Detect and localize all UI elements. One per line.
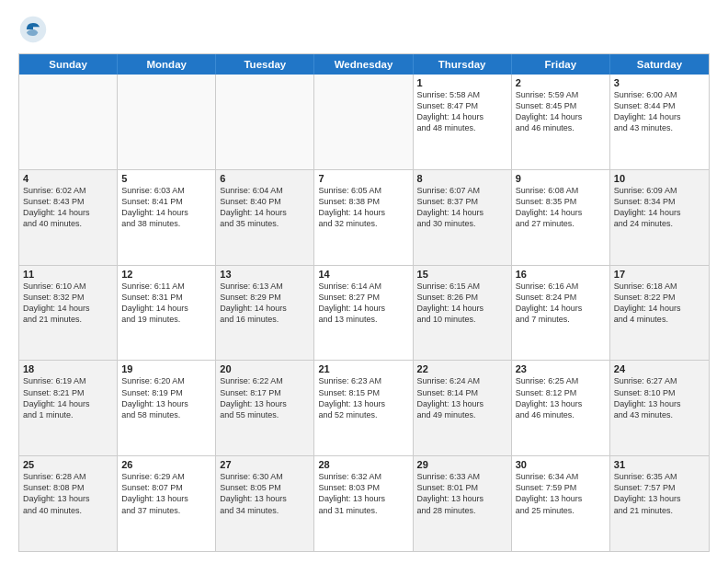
day-number-1: 1: [417, 77, 507, 88]
day-info-23: Sunrise: 6:25 AM Sunset: 8:12 PM Dayligh…: [516, 375, 606, 420]
day-info-1: Sunrise: 5:58 AM Sunset: 8:47 PM Dayligh…: [417, 89, 507, 134]
day-cell-24: 24Sunrise: 6:27 AM Sunset: 8:10 PM Dayli…: [610, 361, 709, 455]
day-info-5: Sunrise: 6:03 AM Sunset: 8:41 PM Dayligh…: [121, 185, 211, 230]
day-cell-4: 4Sunrise: 6:02 AM Sunset: 8:43 PM Daylig…: [19, 170, 118, 265]
calendar-row-0: 1Sunrise: 5:58 AM Sunset: 8:47 PM Daylig…: [19, 75, 709, 170]
header-day-sunday: Sunday: [19, 54, 118, 75]
header-day-tuesday: Tuesday: [216, 54, 314, 75]
calendar-header: SundayMondayTuesdayWednesdayThursdayFrid…: [19, 54, 709, 75]
day-info-30: Sunrise: 6:34 AM Sunset: 7:59 PM Dayligh…: [516, 471, 606, 516]
day-number-6: 6: [220, 173, 310, 184]
day-info-16: Sunrise: 6:16 AM Sunset: 8:24 PM Dayligh…: [516, 281, 606, 326]
day-number-18: 18: [23, 363, 113, 374]
day-number-20: 20: [220, 363, 310, 374]
day-cell-17: 17Sunrise: 6:18 AM Sunset: 8:22 PM Dayli…: [610, 266, 709, 361]
day-number-31: 31: [614, 459, 705, 470]
day-number-25: 25: [23, 459, 113, 470]
day-cell-11: 11Sunrise: 6:10 AM Sunset: 8:32 PM Dayli…: [19, 266, 118, 361]
day-cell-20: 20Sunrise: 6:22 AM Sunset: 8:17 PM Dayli…: [216, 361, 314, 455]
day-info-26: Sunrise: 6:29 AM Sunset: 8:07 PM Dayligh…: [121, 471, 211, 516]
day-number-23: 23: [516, 363, 606, 374]
day-cell-25: 25Sunrise: 6:28 AM Sunset: 8:08 PM Dayli…: [19, 456, 118, 551]
logo-icon: [18, 15, 48, 44]
page: SundayMondayTuesdayWednesdayThursdayFrid…: [0, 0, 728, 563]
header-day-monday: Monday: [118, 54, 216, 75]
day-number-7: 7: [318, 173, 408, 184]
day-cell-23: 23Sunrise: 6:25 AM Sunset: 8:12 PM Dayli…: [512, 361, 610, 455]
day-number-3: 3: [614, 77, 705, 88]
day-info-10: Sunrise: 6:09 AM Sunset: 8:34 PM Dayligh…: [614, 185, 705, 230]
day-info-12: Sunrise: 6:11 AM Sunset: 8:31 PM Dayligh…: [121, 281, 211, 326]
day-info-19: Sunrise: 6:20 AM Sunset: 8:19 PM Dayligh…: [121, 375, 211, 420]
day-cell-7: 7Sunrise: 6:05 AM Sunset: 8:38 PM Daylig…: [314, 170, 413, 265]
day-info-21: Sunrise: 6:23 AM Sunset: 8:15 PM Dayligh…: [318, 375, 408, 420]
day-info-2: Sunrise: 5:59 AM Sunset: 8:45 PM Dayligh…: [516, 89, 606, 134]
empty-cell: [19, 75, 118, 169]
day-cell-15: 15Sunrise: 6:15 AM Sunset: 8:26 PM Dayli…: [414, 266, 512, 361]
day-cell-28: 28Sunrise: 6:32 AM Sunset: 8:03 PM Dayli…: [314, 456, 413, 551]
day-number-12: 12: [121, 269, 211, 280]
day-info-31: Sunrise: 6:35 AM Sunset: 7:57 PM Dayligh…: [614, 471, 705, 516]
day-cell-10: 10Sunrise: 6:09 AM Sunset: 8:34 PM Dayli…: [610, 170, 709, 265]
day-number-27: 27: [220, 459, 310, 470]
day-info-15: Sunrise: 6:15 AM Sunset: 8:26 PM Dayligh…: [417, 281, 507, 326]
day-info-18: Sunrise: 6:19 AM Sunset: 8:21 PM Dayligh…: [23, 375, 113, 420]
calendar-row-3: 18Sunrise: 6:19 AM Sunset: 8:21 PM Dayli…: [19, 361, 709, 456]
day-info-24: Sunrise: 6:27 AM Sunset: 8:10 PM Dayligh…: [614, 375, 705, 420]
day-number-11: 11: [23, 269, 113, 280]
day-cell-1: 1Sunrise: 5:58 AM Sunset: 8:47 PM Daylig…: [414, 75, 512, 169]
header-day-saturday: Saturday: [610, 54, 709, 75]
calendar-row-1: 4Sunrise: 6:02 AM Sunset: 8:43 PM Daylig…: [19, 170, 709, 266]
calendar: SundayMondayTuesdayWednesdayThursdayFrid…: [18, 53, 710, 552]
day-info-13: Sunrise: 6:13 AM Sunset: 8:29 PM Dayligh…: [220, 281, 310, 326]
header-day-friday: Friday: [512, 54, 610, 75]
day-cell-9: 9Sunrise: 6:08 AM Sunset: 8:35 PM Daylig…: [512, 170, 610, 265]
day-number-10: 10: [614, 173, 705, 184]
day-cell-22: 22Sunrise: 6:24 AM Sunset: 8:14 PM Dayli…: [414, 361, 512, 455]
day-number-9: 9: [516, 173, 606, 184]
day-cell-5: 5Sunrise: 6:03 AM Sunset: 8:41 PM Daylig…: [118, 170, 216, 265]
day-info-29: Sunrise: 6:33 AM Sunset: 8:01 PM Dayligh…: [417, 471, 507, 516]
calendar-row-4: 25Sunrise: 6:28 AM Sunset: 8:08 PM Dayli…: [19, 456, 709, 551]
day-number-30: 30: [516, 459, 606, 470]
day-info-3: Sunrise: 6:00 AM Sunset: 8:44 PM Dayligh…: [614, 89, 705, 134]
day-number-2: 2: [516, 77, 606, 88]
day-info-27: Sunrise: 6:30 AM Sunset: 8:05 PM Dayligh…: [220, 471, 310, 516]
day-info-17: Sunrise: 6:18 AM Sunset: 8:22 PM Dayligh…: [614, 281, 705, 326]
empty-cell: [314, 75, 413, 169]
day-number-22: 22: [417, 363, 507, 374]
day-cell-26: 26Sunrise: 6:29 AM Sunset: 8:07 PM Dayli…: [118, 456, 216, 551]
header-day-wednesday: Wednesday: [314, 54, 413, 75]
day-cell-19: 19Sunrise: 6:20 AM Sunset: 8:19 PM Dayli…: [118, 361, 216, 455]
day-info-6: Sunrise: 6:04 AM Sunset: 8:40 PM Dayligh…: [220, 185, 310, 230]
day-number-5: 5: [121, 173, 211, 184]
day-cell-13: 13Sunrise: 6:13 AM Sunset: 8:29 PM Dayli…: [216, 266, 314, 361]
day-info-25: Sunrise: 6:28 AM Sunset: 8:08 PM Dayligh…: [23, 471, 113, 516]
day-info-14: Sunrise: 6:14 AM Sunset: 8:27 PM Dayligh…: [318, 281, 408, 326]
header: [18, 15, 710, 44]
day-number-28: 28: [318, 459, 408, 470]
day-cell-8: 8Sunrise: 6:07 AM Sunset: 8:37 PM Daylig…: [414, 170, 512, 265]
day-info-7: Sunrise: 6:05 AM Sunset: 8:38 PM Dayligh…: [318, 185, 408, 230]
day-info-11: Sunrise: 6:10 AM Sunset: 8:32 PM Dayligh…: [23, 281, 113, 326]
day-number-16: 16: [516, 269, 606, 280]
day-cell-29: 29Sunrise: 6:33 AM Sunset: 8:01 PM Dayli…: [414, 456, 512, 551]
day-number-13: 13: [220, 269, 310, 280]
day-cell-21: 21Sunrise: 6:23 AM Sunset: 8:15 PM Dayli…: [314, 361, 413, 455]
day-info-28: Sunrise: 6:32 AM Sunset: 8:03 PM Dayligh…: [318, 471, 408, 516]
day-cell-31: 31Sunrise: 6:35 AM Sunset: 7:57 PM Dayli…: [610, 456, 709, 551]
day-info-22: Sunrise: 6:24 AM Sunset: 8:14 PM Dayligh…: [417, 375, 507, 420]
day-number-21: 21: [318, 363, 408, 374]
day-info-20: Sunrise: 6:22 AM Sunset: 8:17 PM Dayligh…: [220, 375, 310, 420]
day-number-19: 19: [121, 363, 211, 374]
day-number-26: 26: [121, 459, 211, 470]
day-info-4: Sunrise: 6:02 AM Sunset: 8:43 PM Dayligh…: [23, 185, 113, 230]
day-cell-2: 2Sunrise: 5:59 AM Sunset: 8:45 PM Daylig…: [512, 75, 610, 169]
empty-cell: [216, 75, 314, 169]
day-number-29: 29: [417, 459, 507, 470]
day-info-9: Sunrise: 6:08 AM Sunset: 8:35 PM Dayligh…: [516, 185, 606, 230]
day-info-8: Sunrise: 6:07 AM Sunset: 8:37 PM Dayligh…: [417, 185, 507, 230]
calendar-body: 1Sunrise: 5:58 AM Sunset: 8:47 PM Daylig…: [19, 75, 709, 551]
day-number-17: 17: [614, 269, 705, 280]
day-cell-16: 16Sunrise: 6:16 AM Sunset: 8:24 PM Dayli…: [512, 266, 610, 361]
